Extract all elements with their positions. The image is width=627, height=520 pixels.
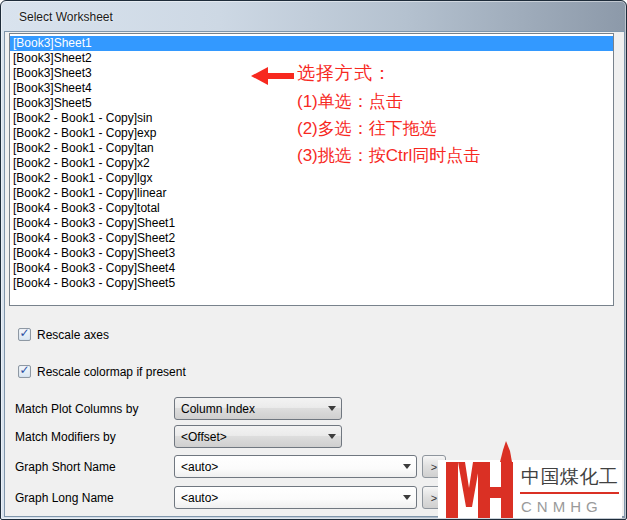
list-item[interactable]: [Book4 - Book3 - Copy]Sheet3 <box>10 246 613 261</box>
match-plot-columns-label: Match Plot Columns by <box>15 402 138 416</box>
list-item[interactable]: [Book4 - Book3 - Copy]Sheet1 <box>10 216 613 231</box>
rescale-colormap-checkbox[interactable]: ✓ <box>18 365 31 378</box>
dropdown-arrow-icon <box>323 398 341 419</box>
match-plot-columns-select[interactable]: Column Index <box>174 397 342 420</box>
annotation-title: 选择方式： <box>297 61 392 85</box>
logo-monogram-icon <box>442 441 516 519</box>
checkmark-icon: ✓ <box>19 328 29 339</box>
combo-value: <auto> <box>175 491 398 505</box>
select-worksheet-dialog: Select Worksheet [Book3]Sheet1 [Book3]Sh… <box>0 0 627 520</box>
match-modifiers-select[interactable]: <Offset> <box>174 425 342 448</box>
dropdown-arrow-icon <box>323 426 341 447</box>
annotation-line: (1)单选：点击 <box>297 90 403 113</box>
list-item[interactable]: [Book4 - Book3 - Copy]Sheet4 <box>10 261 613 276</box>
match-modifiers-label: Match Modifiers by <box>15 430 116 444</box>
annotation-line: (3)挑选：按Ctrl同时点击 <box>297 144 480 167</box>
logo-cn-text: 中国煤化工 <box>521 464 621 490</box>
rescale-axes-row: ✓ Rescale axes <box>18 327 109 342</box>
logo-latin-text: CNMHG <box>521 498 603 515</box>
checkmark-icon: ✓ <box>19 365 29 376</box>
list-item[interactable]: [Book4 - Book3 - Copy]Sheet5 <box>10 276 613 291</box>
annotation-arrow-icon <box>251 67 294 85</box>
list-item[interactable]: [Book4 - Book3 - Copy]Sheet2 <box>10 231 613 246</box>
list-item[interactable]: [Book4 - Book3 - Copy]total <box>10 201 613 216</box>
rescale-colormap-label: Rescale colormap if present <box>37 365 186 379</box>
rescale-axes-label: Rescale axes <box>37 328 109 342</box>
titlebar[interactable]: Select Worksheet <box>3 3 624 30</box>
list-item[interactable]: [Book2 - Book1 - Copy]lgx <box>10 171 613 186</box>
list-item[interactable]: [Book3]Sheet1 <box>10 36 613 51</box>
rescale-axes-checkbox[interactable]: ✓ <box>18 328 31 341</box>
logo-divider <box>520 492 619 494</box>
dropdown-arrow-icon <box>398 487 416 508</box>
window-title: Select Worksheet <box>19 10 113 24</box>
dropdown-arrow-icon <box>398 456 416 477</box>
annotation-line: (2)多选：往下拖选 <box>297 117 437 140</box>
selected-value: <Offset> <box>175 430 323 444</box>
graph-short-name-combo[interactable]: <auto> <box>174 455 417 478</box>
selected-value: Column Index <box>175 402 323 416</box>
graph-long-name-label: Graph Long Name <box>15 491 114 505</box>
rescale-colormap-row: ✓ Rescale colormap if present <box>18 364 186 379</box>
graph-short-name-label: Graph Short Name <box>15 460 116 474</box>
graph-long-name-combo[interactable]: <auto> <box>174 486 417 509</box>
combo-value: <auto> <box>175 460 398 474</box>
list-item[interactable]: [Book2 - Book1 - Copy]linear <box>10 186 613 201</box>
